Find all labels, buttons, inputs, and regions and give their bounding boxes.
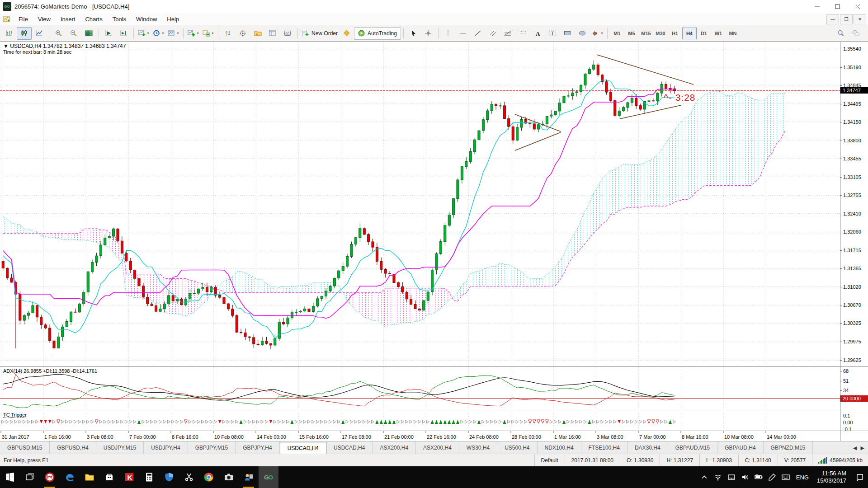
taskbar-app-mirro[interactable] xyxy=(40,466,60,488)
taskbar-clock[interactable]: 11:56 AM 15/03/2017 xyxy=(812,470,851,485)
indicators-button[interactable]: ▾ xyxy=(186,27,201,40)
menu-item-insert[interactable]: Insert xyxy=(56,14,80,24)
child-close-button[interactable]: ✕ xyxy=(854,14,866,24)
chart-tab-ftse100-h4-13[interactable]: FTSE100,H4 xyxy=(581,441,627,454)
taskbar-app-edge[interactable] xyxy=(60,466,80,488)
seal-button[interactable] xyxy=(339,27,354,40)
chart-tab-us500-h4-11[interactable]: US500,H4 xyxy=(497,441,537,454)
chart-tab-usdcad-h4-7[interactable]: USDCAD,H4 xyxy=(326,441,373,454)
timeframe-w1-button[interactable]: W1 xyxy=(711,28,726,39)
chart-tab-usdjpy-h4-3[interactable]: USDJPY,H4 xyxy=(144,441,188,454)
symbols-button[interactable] xyxy=(221,27,236,40)
chart-shift-button[interactable] xyxy=(116,27,131,40)
periods-button[interactable]: ▾ xyxy=(151,27,166,40)
tab-scroll-left-icon[interactable]: ◀ xyxy=(853,445,857,451)
candlestick-button[interactable] xyxy=(17,27,32,40)
templates-button[interactable]: ▾ xyxy=(166,27,181,40)
text-button[interactable]: A xyxy=(530,27,545,40)
tile-windows-button[interactable] xyxy=(81,27,96,40)
action-center-button[interactable] xyxy=(851,466,868,488)
menu-item-view[interactable]: View xyxy=(33,14,56,24)
chart-objects-button[interactable]: ▾ xyxy=(201,27,216,40)
price-chart[interactable]: ^- 3:2831 Jan 20171 Feb 16:003 Feb 08:00… xyxy=(0,42,840,441)
taskbar-app-store[interactable] xyxy=(99,466,119,488)
tray-battery-icon[interactable] xyxy=(752,466,765,488)
search-button[interactable] xyxy=(834,27,849,40)
chart-tab-usdcad-h4-6[interactable]: USDCAD,H4 xyxy=(280,442,326,454)
dropdown-caret-icon[interactable]: ▾ xyxy=(212,31,213,35)
text-label-button[interactable]: T xyxy=(545,27,560,40)
chart-tab-gbpusd-h4-1[interactable]: GBPUSD,H4 xyxy=(50,441,96,454)
auto-scroll-button[interactable] xyxy=(101,27,116,40)
dropdown-caret-icon[interactable]: ▾ xyxy=(162,31,164,35)
chat-button[interactable] xyxy=(849,27,863,40)
one-click-arrow-icon[interactable]: ▼ xyxy=(3,43,9,49)
new-order-button[interactable]: New Order xyxy=(300,27,339,40)
autotrading-button[interactable]: AutoTrading xyxy=(354,27,401,40)
dropdown-caret-icon[interactable]: ▾ xyxy=(147,31,149,35)
tab-scroll-right-icon[interactable]: ▶ xyxy=(861,445,864,451)
taskbar-app-camera[interactable] xyxy=(219,466,239,488)
timeframe-m5-button[interactable]: M5 xyxy=(624,28,639,39)
taskbar-app-file-explorer[interactable] xyxy=(80,466,99,488)
tray-volume-icon[interactable] xyxy=(738,466,752,488)
cursor-button[interactable] xyxy=(406,27,421,40)
taskbar-app-calculator[interactable] xyxy=(139,466,159,488)
taskbar-app-defender[interactable] xyxy=(159,466,179,488)
crosshair-button[interactable] xyxy=(421,27,436,40)
arrow-objects-button[interactable]: ▾ xyxy=(590,27,605,40)
taskbar-app-chrome[interactable] xyxy=(199,466,219,488)
dropdown-caret-icon[interactable]: ▾ xyxy=(601,31,603,35)
vertical-line-button[interactable] xyxy=(441,27,456,40)
chart-tab-asx200-h4-9[interactable]: ASX200,H4 xyxy=(416,441,459,454)
timeframe-h4-button[interactable]: H4 xyxy=(682,28,697,39)
menu-item-tools[interactable]: Tools xyxy=(108,14,131,24)
taskbar-app-keepass[interactable]: K xyxy=(119,466,139,488)
dropdown-caret-icon[interactable]: ▾ xyxy=(177,31,179,35)
child-minimize-button[interactable]: — xyxy=(826,14,839,24)
bar-chart-button[interactable] xyxy=(2,27,17,40)
horizontal-line-button[interactable] xyxy=(456,27,471,40)
zoom-in-button[interactable] xyxy=(52,27,66,40)
chart-tab-gbpnzd-m15-17[interactable]: GBPNZD,M15 xyxy=(764,441,813,454)
trendline-button[interactable] xyxy=(471,27,486,40)
tray-pen-icon[interactable] xyxy=(765,466,779,488)
ellipse-button[interactable] xyxy=(575,27,590,40)
timeframe-mn-button[interactable]: MN xyxy=(726,28,740,39)
chart-tab-gbpjpy-m15-4[interactable]: GBPJPY,M15 xyxy=(188,441,236,454)
chart-tab-dax30-h4-14[interactable]: DAX30,H4 xyxy=(627,441,668,454)
chart-tab-ws30-h4-10[interactable]: WS30,H4 xyxy=(459,441,497,454)
chart-tab-gbpaud-m15-15[interactable]: GBPAUD,M15 xyxy=(668,441,717,454)
timeframe-d1-button[interactable]: D1 xyxy=(697,28,711,39)
tray-wifi-icon[interactable] xyxy=(711,466,725,488)
maximize-button[interactable] xyxy=(827,0,848,13)
timeframe-m1-button[interactable]: M1 xyxy=(610,28,624,39)
line-chart-button[interactable] xyxy=(32,27,47,40)
chart-tab-ndx100-h4-12[interactable]: NDX100,H4 xyxy=(538,441,581,454)
menu-item-file[interactable]: File xyxy=(14,14,33,24)
crosshair-target-button[interactable] xyxy=(236,27,250,40)
child-restore-button[interactable]: ❐ xyxy=(840,14,853,24)
close-button[interactable] xyxy=(848,0,868,13)
taskbar-app-snipping-tool[interactable] xyxy=(179,466,199,488)
menu-item-charts[interactable]: Charts xyxy=(80,14,107,24)
menu-item-window[interactable]: Window xyxy=(131,14,162,24)
chart-tab-gbpusd-m15-0[interactable]: GBPUSD,M15 xyxy=(0,441,50,454)
chart-tab-usdjpy-m15-2[interactable]: USDJPY,M15 xyxy=(96,441,144,454)
taskbar-app-gomarkets-mt4[interactable]: GO xyxy=(259,466,278,488)
zoom-out-button[interactable] xyxy=(66,27,81,40)
timeframe-m30-button[interactable]: M30 xyxy=(653,28,668,39)
minimize-button[interactable] xyxy=(807,0,827,13)
dropdown-caret-icon[interactable]: ▾ xyxy=(197,31,198,35)
timeframe-h1-button[interactable]: H1 xyxy=(668,28,682,39)
equidistant-channel-button[interactable] xyxy=(486,27,500,40)
rectangle-button[interactable] xyxy=(560,27,575,40)
tray-chevron-icon[interactable] xyxy=(698,466,711,488)
strategy-tester-button[interactable] xyxy=(280,27,295,40)
fibonacci-button[interactable] xyxy=(500,27,515,40)
chart-window[interactable]: ^- 3:2831 Jan 20171 Feb 16:003 Feb 08:00… xyxy=(0,42,868,441)
chart-tab-gbpaud-h4-16[interactable]: GBPAUD,H4 xyxy=(717,441,763,454)
new-chart-button[interactable]: ▾ xyxy=(136,27,151,40)
timeframe-m15-button[interactable]: M15 xyxy=(639,28,653,39)
taskbar-app-start[interactable] xyxy=(0,466,20,488)
